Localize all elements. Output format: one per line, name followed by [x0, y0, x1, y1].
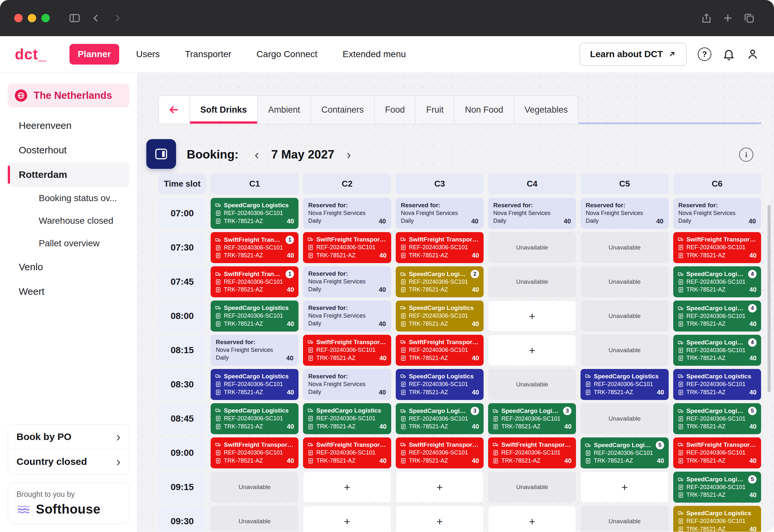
tab-overview-icon[interactable] [743, 12, 755, 24]
sidebar-item-rotterdam[interactable]: Rotterdam [8, 162, 129, 187]
cell-c4-09-00[interactable]: SwiftFreight TransportationREF-20240306-… [488, 437, 576, 468]
tab-fruit[interactable]: Fruit [416, 96, 455, 124]
reserved-title: Reserved for: [493, 201, 571, 209]
cell-c6-08-15[interactable]: SpeedCargo Logistics4REF-20240306-SC101T… [673, 335, 761, 366]
cell-c2-09-00[interactable]: SwiftFreight TransportationREF-20240306-… [303, 437, 391, 468]
tab-soft-drinks[interactable]: Soft Drinks [190, 96, 258, 124]
tab-non-food[interactable]: Non Food [455, 96, 514, 124]
cell-c5-09-00[interactable]: SpeedCargo Logistics5REF-20240306-SC101T… [581, 437, 668, 468]
cell-c6-09-00[interactable]: SwiftFreight TransportationREF-20240306-… [673, 437, 761, 468]
sidebar-toggle-icon[interactable] [68, 12, 81, 24]
tab-vegetables[interactable]: Vegetables [514, 96, 578, 124]
cell-c1-08-45[interactable]: SpeedCargo LogisticsREF-20240306-SC101TR… [211, 403, 298, 434]
cell-c2-07-30[interactable]: SwiftFreight TransportationREF-20240306-… [303, 232, 391, 263]
cell-c4-09-30[interactable]: + [488, 506, 576, 532]
cell-c6-07-00[interactable]: Reserved for:Nova Freight ServicesDaily4… [673, 198, 761, 229]
account-button[interactable] [746, 48, 759, 61]
nav-users[interactable]: Users [128, 44, 168, 65]
cell-c1-07-45[interactable]: SwiftFreight Transportation1REF-20240306… [211, 266, 298, 297]
cell-c4-08-00[interactable]: + [488, 301, 576, 332]
zoom-window-button[interactable] [41, 14, 50, 22]
close-window-button[interactable] [14, 14, 23, 22]
cell-c2-08-45[interactable]: SpeedCargo LogisticsREF-20240306-SC101TR… [303, 403, 391, 434]
category-tabs: Soft DrinksAmbientContainersFoodFruitNon… [190, 96, 578, 124]
sidebar-item-the-netherlands[interactable]: The Netherlands [8, 84, 129, 107]
booking-info-button[interactable]: i [739, 148, 753, 162]
sidebar-action-country-closed[interactable]: Country closed› [8, 449, 129, 474]
cell-c2-07-45[interactable]: Reserved for:Nova Freight ServicesDaily4… [303, 266, 391, 297]
cell-c5-08-30[interactable]: SpeedCargo LogisticsREF-20240306-SC101TR… [581, 369, 668, 400]
cell-c4-08-15[interactable]: + [488, 335, 576, 366]
minimize-window-button[interactable] [28, 14, 36, 22]
reference-doc-icon [400, 381, 407, 387]
browser-forward-icon[interactable] [111, 12, 123, 24]
cell-c1-07-00[interactable]: SpeedCargo LogisticsREF-20240306-SC101TR… [211, 198, 298, 229]
truck-icon [585, 442, 591, 448]
new-tab-icon[interactable] [722, 12, 734, 24]
cell-c2-08-30[interactable]: Reserved for:Nova Freight ServicesDaily4… [303, 369, 391, 400]
sidebar-item-weert[interactable]: Weert [8, 279, 129, 304]
nav-cargo-connect[interactable]: Cargo Connect [248, 44, 325, 65]
cell-c3-08-15[interactable]: SwiftFreight TransportationREF-20240306-… [396, 335, 484, 366]
cell-c3-09-30[interactable]: + [396, 506, 484, 532]
cell-c2-09-30[interactable]: + [303, 506, 391, 532]
sidebar-item-pallet-overview[interactable]: Pallet overview [8, 232, 129, 255]
sidebar-item-booking-status-ov[interactable]: Booking status ov... [8, 187, 129, 210]
sidebar-action-book-by-po[interactable]: Book by PO› [8, 425, 129, 449]
cell-c3-07-30[interactable]: SwiftFreight TransportationREF-20240306-… [396, 232, 484, 263]
tabs-back-button[interactable] [159, 96, 190, 124]
cell-c6-09-15[interactable]: SpeedCargo Logistics5REF-20240306-SC101T… [673, 472, 761, 503]
booking-panel-toggle[interactable] [146, 139, 176, 169]
tab-food[interactable]: Food [375, 96, 416, 124]
cell-c2-08-15[interactable]: SwiftFreight TransportationREF-20240306-… [303, 335, 391, 366]
cell-c2-08-00[interactable]: Reserved for:Nova Freight ServicesDaily4… [303, 301, 391, 332]
cell-c6-08-00[interactable]: SpeedCargo Logistics4REF-20240306-SC101T… [673, 301, 761, 332]
cell-c3-08-30[interactable]: SpeedCargo LogisticsREF-20240306-SC101TR… [396, 369, 484, 400]
cell-c6-08-30[interactable]: SpeedCargo LogisticsREF-20240306-SC101TR… [673, 369, 761, 400]
cell-c1-09-30: Unavailable [211, 506, 298, 532]
nav-transporter[interactable]: Transporter [176, 44, 240, 65]
cell-c2-09-15[interactable]: + [303, 472, 391, 503]
help-button[interactable]: ? [698, 47, 711, 61]
cell-c6-09-30[interactable]: SpeedCargo LogisticsREF-20240306-SC101TR… [673, 506, 761, 532]
nav-planner[interactable]: Planner [69, 44, 119, 65]
cell-c3-09-15[interactable]: + [396, 472, 484, 503]
truck-icon [678, 510, 684, 516]
cell-c3-08-45[interactable]: SpeedCargo Logistics3REF-20240306-SC101T… [396, 403, 484, 434]
cell-c2-07-00[interactable]: Reserved for:Nova Freight ServicesDaily4… [303, 198, 391, 229]
nav-extended-menu[interactable]: Extended menu [334, 44, 414, 65]
cell-c4-07-00[interactable]: Reserved for:Nova Freight ServicesDaily4… [488, 198, 576, 229]
sidebar-item-venlo[interactable]: Venlo [8, 255, 129, 279]
cell-c3-08-00[interactable]: SpeedCargo LogisticsREF-20240306-SC101TR… [396, 301, 484, 332]
cell-c3-07-45[interactable]: SpeedCargo Logistics2REF-20240306-SC101T… [396, 266, 484, 297]
cell-c3-07-00[interactable]: Reserved for:Nova Freight ServicesDaily4… [396, 198, 484, 229]
cell-c6-07-30[interactable]: SwiftFreight TransportationREF-20240306-… [673, 232, 761, 263]
tab-containers[interactable]: Containers [311, 96, 375, 124]
share-icon[interactable] [700, 12, 713, 24]
cell-c1-08-30[interactable]: SpeedCargo LogisticsREF-20240306-SC101TR… [211, 369, 298, 400]
cell-c1-07-30[interactable]: SwiftFreight Transportation1REF-20240306… [211, 232, 298, 263]
cell-c1-08-00[interactable]: SpeedCargo LogisticsREF-20240306-SC101TR… [211, 301, 298, 332]
notifications-button[interactable] [722, 48, 735, 61]
cell-c5-09-15[interactable]: + [581, 472, 668, 503]
previous-day-button[interactable]: ‹ [251, 147, 263, 162]
sidebar-item-oosterhout[interactable]: Oosterhout [8, 138, 129, 162]
booking-reference: REF-20240306-SC101 [409, 312, 468, 320]
vertical-scrollbar[interactable] [768, 205, 771, 392]
quantity: 40 [378, 286, 386, 294]
cell-c6-07-45[interactable]: SpeedCargo Logistics4REF-20240306-SC101T… [673, 266, 761, 297]
cell-c5-07-00[interactable]: Reserved for:Nova Freight ServicesDaily4… [581, 198, 668, 229]
sidebar-item-heerenveen[interactable]: Heerenveen [8, 113, 129, 138]
learn-about-dct-button[interactable]: Learn about DCT [580, 43, 687, 66]
cell-c1-08-15[interactable]: Reserved for:Nova Freight ServicesDaily4… [211, 335, 298, 366]
cell-c6-08-45[interactable]: SpeedCargo Logistics5REF-20240306-SC101T… [673, 403, 761, 434]
next-day-button[interactable]: › [343, 147, 355, 162]
truck-icon [678, 236, 684, 242]
browser-back-icon[interactable] [90, 12, 102, 24]
tab-ambient[interactable]: Ambient [258, 96, 311, 124]
cell-c1-09-00[interactable]: SwiftFreight TransportationREF-20240306-… [211, 437, 298, 468]
cell-c3-09-00[interactable]: SwiftFreight TransportationREF-20240306-… [396, 437, 484, 468]
sidebar-item-warehouse-closed[interactable]: Warehouse closed [8, 210, 129, 232]
arrow-left-icon [168, 103, 181, 116]
cell-c4-08-45[interactable]: SpeedCargo Logistics3REF-20240306-SC101T… [488, 403, 576, 434]
